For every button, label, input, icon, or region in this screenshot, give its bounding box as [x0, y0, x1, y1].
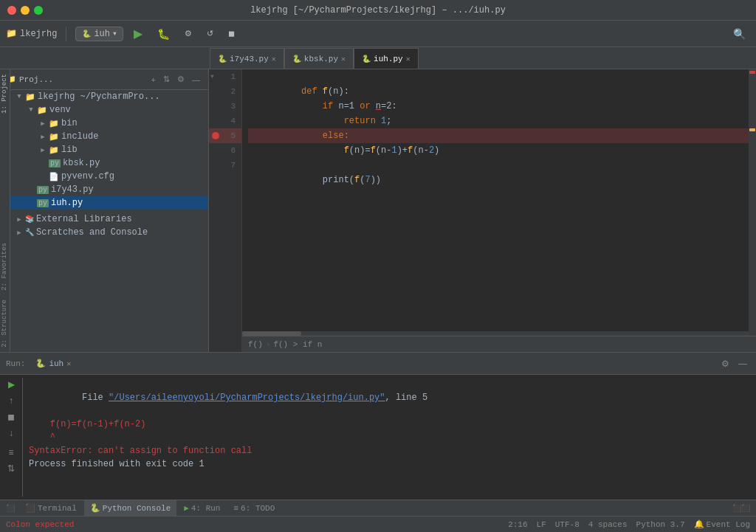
indent-2 [301, 101, 323, 111]
python-console-label: Python Console [103, 504, 171, 513]
n1-var: n=1 [338, 101, 360, 111]
console-line-6: Process finished with exit code 1 [29, 457, 750, 471]
run-tab-label: iuh [49, 359, 63, 368]
sidebar-item-include[interactable]: ▶ 📁 include [0, 130, 208, 143]
console-file-link[interactable]: "/Users/aileenyoyoli/PycharmProjects/lke… [109, 393, 385, 403]
fn-arg1: (n- [376, 145, 392, 156]
sync-button[interactable]: ⇅ [161, 74, 172, 85]
run-scroll-down-button[interactable]: ↓ [6, 426, 16, 440]
settings-button[interactable]: ⚙ [175, 74, 187, 85]
status-error[interactable]: Colon expected [6, 520, 74, 529]
sidebar-i7y43-label: i7y43.py [51, 184, 94, 195]
debug-button[interactable]: 🐛 [153, 27, 174, 41]
event-log-button[interactable]: 🔔 Event Log [694, 519, 750, 529]
sidebar-item-i7y43[interactable]: py i7y43.py [0, 183, 208, 196]
code-line-1: def f(n): [248, 69, 750, 84]
breakpoint-marker[interactable] [212, 132, 219, 139]
sidebar-item-kbsk[interactable]: py kbsk.py [0, 156, 208, 170]
tab-close-icon[interactable]: ✕ [272, 55, 276, 63]
console-content: ▶ ↑ ◼ ↓ ≡ ⇅ File "/Users/aileenyoyoli/Py… [0, 375, 756, 500]
todo-tab[interactable]: ≡ 6: TODO [227, 500, 281, 516]
run-label: Run: [6, 359, 25, 368]
python-console-tab[interactable]: 🐍 Python Console [84, 500, 176, 516]
console-line-3: ^ [29, 431, 750, 444]
maximize-button[interactable] [34, 6, 43, 15]
run-play-button[interactable]: ▶ [6, 378, 16, 391]
run-tab-close-icon[interactable]: ✕ [66, 359, 71, 368]
folder-icon: 📁 [25, 92, 35, 102]
expand-arrow-include: ▶ [38, 133, 47, 141]
coverage-button[interactable]: ⚙ [180, 27, 196, 40]
sidebar-item-venv[interactable]: ▼ 📁 venv [0, 103, 208, 117]
print-builtin: print [323, 175, 349, 185]
fold-marker-1[interactable]: ▼ [210, 69, 214, 84]
tab-kbsk[interactable]: 🐍 kbsk.py ✕ [284, 48, 354, 69]
status-indent[interactable]: 4 spaces [588, 520, 628, 529]
sidebar-item-ext-libs[interactable]: ▶ 📚 External Libraries [0, 213, 208, 226]
tab-iuh[interactable]: 🐍 iuh.py ✕ [354, 48, 419, 69]
run-filter-button[interactable]: ≡ [6, 446, 16, 459]
stop-button[interactable]: ◼ [224, 27, 239, 40]
run-tab-bottom[interactable]: ▶ 4: Run [178, 500, 226, 516]
tab-close-icon-2[interactable]: ✕ [341, 55, 346, 63]
expand-arrow-venv: ▼ [27, 106, 35, 114]
sidebar-item-bin[interactable]: ▶ 📁 bin [0, 117, 208, 130]
bottom-run-panel: Run: 🐍 iuh ✕ ⚙ — ▶ ↑ ◼ ↓ ≡ ⇅ File "/User… [0, 352, 756, 500]
sidebar-item-scratches[interactable]: ▶ 🔧 Scratches and Console [0, 226, 208, 239]
code-editor[interactable]: ▼1 2 3 4 5 6 7 def f(n): if n= [209, 69, 756, 352]
line-number-1: ▼1 [209, 69, 241, 84]
num1: 1 [391, 145, 396, 156]
tab-close-icon-3[interactable]: ✕ [406, 55, 410, 63]
run-collapse-button[interactable]: — [735, 357, 750, 370]
sidebar-item-iuh[interactable]: py iuh.py [0, 196, 208, 210]
close-sidebar-button[interactable]: — [190, 74, 202, 85]
close-button[interactable] [7, 6, 16, 15]
run-config-selector[interactable]: 🐍 iuh ▼ [75, 27, 123, 41]
bin-folder-icon: 📁 [49, 119, 59, 128]
sidebar-item-lkejrhg[interactable]: ▼ 📁 lkejrhg ~/PycharmPro... [0, 90, 208, 103]
run-stop-button[interactable]: ◼ [6, 410, 16, 424]
rerun-button[interactable]: ↺ [202, 27, 218, 40]
line-number-7: 7 [209, 158, 241, 173]
breadcrumb-separator: › [266, 340, 271, 349]
project-selector[interactable]: 📁 lkejrhg [6, 28, 57, 39]
terminal-tab[interactable]: ⬛ Terminal [19, 500, 83, 516]
structure-panel-tab[interactable]: 2: Structure [0, 295, 10, 352]
kbsk-py-icon: py [49, 159, 61, 167]
return-keyword: return [344, 116, 381, 126]
run-wrap-button[interactable]: ⇅ [6, 462, 16, 475]
status-python[interactable]: Python 3.7 [636, 520, 685, 529]
favorites-panel-tab[interactable]: 2: Favorites [0, 238, 10, 295]
tab-label: i7y43.py [230, 55, 269, 63]
main-toolbar: 📁 lkejrhg 🐍 iuh ▼ ▶ 🐛 ⚙ ↺ ◼ 🔍 [0, 21, 756, 47]
project-panel-tab[interactable]: 1: Project [0, 69, 10, 118]
bottom-tab-expand-left[interactable]: ⬛ [3, 504, 18, 513]
console-line-ref: , line 5 [385, 393, 428, 403]
status-position[interactable]: 2:16 [508, 520, 527, 529]
if-keyword: if [323, 101, 339, 111]
fn-assign: (n)= [349, 145, 371, 156]
console-action-buttons: ▶ ↑ ◼ ↓ ≡ ⇅ [6, 378, 23, 497]
status-line-ending[interactable]: LF [537, 520, 546, 529]
run-settings-button[interactable]: ⚙ [718, 357, 732, 370]
status-encoding[interactable]: UTF-8 [555, 520, 580, 529]
minimize-button[interactable] [21, 6, 30, 15]
sidebar-venv-label: venv [49, 105, 71, 115]
semicolon: ; [386, 116, 391, 126]
else-keyword: else: [323, 131, 349, 141]
run-tab-iuh[interactable]: 🐍 iuh ✕ [31, 357, 75, 370]
run-scroll-up-button[interactable]: ↑ [6, 394, 16, 407]
error-indicator-top[interactable] [749, 71, 755, 74]
sidebar-item-pyvenv[interactable]: 📄 pyvenv.cfg [0, 170, 208, 183]
search-button[interactable]: 🔍 [729, 27, 750, 41]
bottom-tab-expand-right[interactable]: ⬛⬛ [729, 504, 753, 513]
fn-call-f2: f [371, 145, 376, 156]
new-file-button[interactable]: + [149, 74, 158, 85]
tab-i7y43[interactable]: 🐍 i7y43.py ✕ [210, 48, 284, 69]
sidebar-item-lib[interactable]: ▶ 📁 lib [0, 143, 208, 156]
run-button[interactable]: ▶ [129, 25, 147, 42]
scratches-icon: 🔧 [25, 228, 34, 237]
editor-breadcrumb: f() › f() > if n [242, 336, 756, 352]
status-bar: Colon expected 2:16 LF UTF-8 4 spaces Py… [0, 516, 756, 532]
fn-paren: (n): [328, 86, 349, 97]
